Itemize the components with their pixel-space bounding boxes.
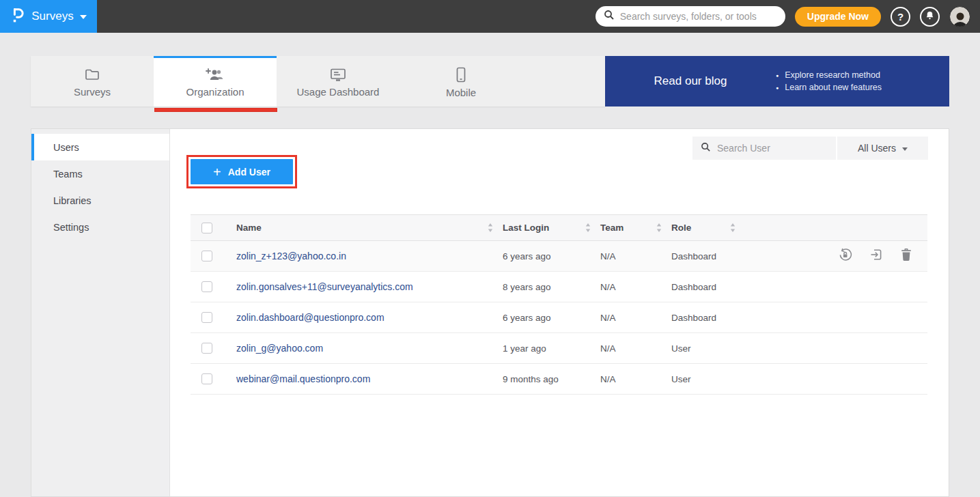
org-sidebar: Users Teams Libraries Settings — [31, 129, 170, 496]
user-email-link[interactable]: zolin_z+123@yahoo.co.in — [236, 251, 346, 261]
column-header-team: Team — [600, 223, 624, 233]
table-row: zolin.gonsalves+11@surveyanalytics.com 8… — [191, 272, 927, 302]
product-switcher[interactable]: Surveys — [0, 0, 97, 33]
folder-icon — [84, 67, 100, 82]
sort-icon[interactable] — [656, 223, 662, 232]
team-value: N/A — [600, 251, 616, 261]
tab-label: Organization — [186, 86, 244, 98]
team-value: N/A — [600, 282, 616, 292]
user-email-link[interactable]: zolin.dashboard@questionpro.com — [236, 312, 384, 323]
team-value: N/A — [600, 343, 616, 354]
tab-label: Surveys — [74, 86, 111, 98]
help-button[interactable]: ? — [891, 7, 910, 27]
table-row: zolin.dashboard@questionpro.com 6 years … — [191, 302, 927, 333]
organization-panel: Users Teams Libraries Settings + Add Use… — [31, 128, 949, 497]
mobile-icon — [456, 67, 466, 83]
tab-surveys[interactable]: Surveys — [31, 56, 154, 106]
blog-banner[interactable]: Read our blog Explore research method Le… — [605, 56, 949, 106]
table-row: zolin_g@yahoo.com 1 year ago N/A User — [191, 333, 927, 364]
last-login-value: 8 years ago — [503, 282, 551, 292]
last-login-value: 6 years ago — [503, 251, 551, 261]
row-checkbox[interactable] — [201, 281, 212, 292]
row-checkbox[interactable] — [201, 343, 212, 354]
add-user-annotation-box: + Add User — [186, 155, 297, 188]
bell-icon — [925, 10, 935, 23]
chevron-down-icon — [80, 15, 87, 19]
row-checkbox[interactable] — [201, 373, 212, 384]
sort-icon[interactable] — [730, 223, 736, 232]
tabs-zone: Surveys Organization — [31, 56, 605, 106]
banner-bullet-list: Explore research method Learn about new … — [776, 68, 882, 95]
section-tabs: Surveys Organization — [31, 56, 949, 106]
column-header-role: Role — [671, 223, 691, 233]
search-icon — [604, 10, 615, 23]
sidebar-item-libraries[interactable]: Libraries — [31, 187, 169, 214]
chevron-down-icon — [902, 147, 908, 151]
sort-icon[interactable] — [488, 223, 493, 232]
all-users-filter-dropdown[interactable]: All Users — [837, 137, 928, 160]
row-checkbox[interactable] — [201, 312, 212, 323]
add-people-icon — [206, 67, 225, 82]
product-name: Surveys — [31, 10, 73, 23]
table-header-row: Name Last Login Team Role — [191, 214, 927, 241]
role-value: Dashboard — [671, 282, 716, 292]
banner-bullet: Learn about new features — [776, 83, 882, 92]
top-bar: Surveys Upgrade Now ? — [0, 0, 980, 33]
questionpro-logo-icon — [10, 6, 25, 27]
search-user-box[interactable] — [692, 137, 836, 160]
search-user-input[interactable] — [717, 143, 826, 154]
search-icon — [701, 142, 711, 155]
tab-label: Usage Dashboard — [297, 86, 380, 98]
table-row: webinar@mail.questionpro.com 9 months ag… — [191, 364, 927, 395]
dashboard-icon — [329, 67, 347, 82]
delete-user-icon[interactable] — [900, 248, 912, 264]
user-avatar[interactable] — [949, 6, 970, 27]
sidebar-item-settings[interactable]: Settings — [31, 214, 169, 240]
plus-icon: + — [213, 165, 221, 179]
sort-icon[interactable] — [585, 223, 591, 232]
global-search-input[interactable] — [620, 11, 770, 22]
users-table: Name Last Login Team Role — [191, 214, 927, 395]
user-email-link[interactable]: zolin_g@yahoo.com — [236, 343, 323, 354]
tab-label: Mobile — [446, 87, 476, 98]
role-value: User — [671, 374, 691, 384]
last-login-value: 9 months ago — [503, 374, 559, 384]
sidebar-item-teams[interactable]: Teams — [31, 160, 169, 187]
column-header-last-login: Last Login — [503, 223, 549, 233]
topbar-actions: Upgrade Now ? — [596, 6, 980, 27]
global-search[interactable] — [596, 6, 785, 27]
last-login-value: 1 year ago — [503, 343, 546, 354]
question-mark-icon: ? — [897, 11, 904, 23]
tab-usage-dashboard[interactable]: Usage Dashboard — [277, 56, 400, 106]
select-all-checkbox[interactable] — [201, 223, 212, 233]
tab-organization[interactable]: Organization — [154, 56, 277, 106]
banner-title: Read our blog — [605, 74, 776, 88]
column-header-name: Name — [236, 223, 262, 233]
team-value: N/A — [600, 313, 616, 323]
login-as-user-icon[interactable] — [869, 248, 883, 264]
user-email-link[interactable]: webinar@mail.questionpro.com — [236, 373, 370, 384]
reset-password-icon[interactable] — [838, 248, 852, 265]
organization-tab-annotation — [154, 108, 277, 112]
last-login-value: 6 years ago — [503, 313, 551, 323]
banner-bullet: Explore research method — [776, 70, 882, 80]
row-checkbox[interactable] — [201, 251, 212, 261]
user-email-link[interactable]: zolin.gonsalves+11@surveyanalytics.com — [236, 281, 413, 292]
table-row: zolin_z+123@yahoo.co.in 6 years ago N/A … — [191, 241, 927, 272]
add-user-button[interactable]: + Add User — [191, 159, 293, 184]
tab-mobile[interactable]: Mobile — [400, 56, 522, 106]
notifications-button[interactable] — [920, 7, 940, 27]
team-value: N/A — [600, 374, 616, 384]
role-value: Dashboard — [671, 313, 716, 323]
upgrade-now-button[interactable]: Upgrade Now — [795, 7, 881, 27]
role-value: User — [671, 343, 691, 354]
sidebar-item-users[interactable]: Users — [31, 134, 169, 160]
app-root: Surveys Upgrade Now ? — [0, 0, 980, 497]
role-value: Dashboard — [671, 251, 716, 261]
